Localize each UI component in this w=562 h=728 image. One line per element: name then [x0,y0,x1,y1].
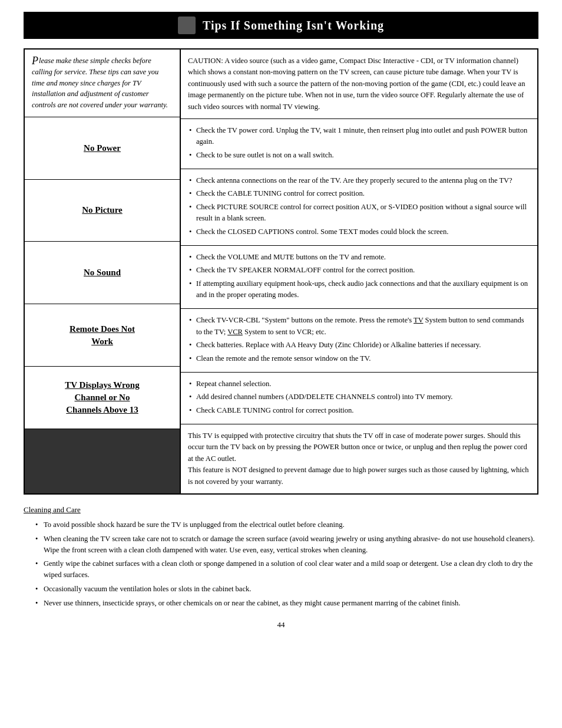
no-picture-sidebar: No Picture [82,204,122,216]
list-item: •Check to be sure outlet is not on a wal… [188,150,530,161]
surge-box: This TV is equipped with protective circ… [181,424,537,493]
cleaning-item-1: To avoid possible shock hazard be sure t… [35,519,538,531]
cleaning-title: Cleaning and Care [24,504,538,516]
caution-box: CAUTION: A video source (such as a video… [181,50,537,119]
list-item: •Add desired channel numbers (ADD/DELETE… [188,391,530,403]
page-number: 44 [24,620,538,630]
list-item: •Check the VOLUME and MUTE buttons on th… [188,252,530,263]
sidebar-bottom-black [25,429,180,493]
page-header: Tips If Something Isn't Working [24,12,538,39]
list-item: •Check TV-VCR-CBL "System" buttons on th… [188,315,530,338]
cleaning-item-5: Never use thinners, insecticide sprays, … [35,598,538,609]
cleaning-item-2: When cleaning the TV screen take care no… [35,533,538,556]
main-layout: Please make these simple checks before c… [24,48,538,495]
list-item: •Repeat channel selection. [188,378,530,390]
list-item: •Check the TV power cord. Unplug the TV,… [188,125,530,148]
page-title: Tips If Something Isn't Working [203,19,384,32]
list-item: •Check antenna connections on the rear o… [188,175,530,186]
no-picture-sidebar-label: No Picture [25,179,180,242]
no-power-box: •Check the TV power cord. Unplug the TV,… [181,119,537,169]
list-item: •Check PICTURE SOURCE control for correc… [188,202,530,225]
right-content: CAUTION: A video source (such as a video… [181,50,537,493]
no-power-sidebar-label: No Power [25,117,180,179]
list-item: •Check the CABLE TUNING control for corr… [188,188,530,199]
list-item: •If attempting auxiliary equipment hook-… [188,278,530,301]
list-item: •Check batteries. Replace with AA Heavy … [188,340,530,351]
no-power-sidebar: No Power [84,142,121,154]
remote-sidebar-label: Remote Does NotWork [25,304,180,366]
tv-displays-sidebar: TV Displays WrongChannel or NoChannels A… [65,379,139,416]
remote-box: •Check TV-VCR-CBL "System" buttons on th… [181,309,537,373]
list-item: •Check the CLOSED CAPTIONS control. Some… [188,226,530,238]
cleaning-section: Cleaning and Care To avoid possible shoc… [24,504,538,608]
no-picture-box: •Check antenna connections on the rear o… [181,169,537,246]
list-item: •Clean the remote and the remote sensor … [188,353,530,364]
no-sound-sidebar: No Sound [84,266,121,279]
list-item: •Check CABLE TUNING control for correct … [188,405,530,416]
left-sidebar: Please make these simple checks before c… [25,50,181,493]
cleaning-item-3: Gently wipe the cabinet surfaces with a … [35,558,538,581]
list-item: •Check the TV SPEAKER NORMAL/OFF control… [188,265,530,276]
header-icon [178,17,196,34]
intro-text: Please make these simple checks before c… [25,50,180,117]
cleaning-item-4: Occasionally vacuum the ventilation hole… [35,584,538,595]
tv-displays-box: •Repeat channel selection.•Add desired c… [181,373,537,424]
remote-sidebar: Remote Does NotWork [70,323,135,348]
no-sound-box: •Check the VOLUME and MUTE buttons on th… [181,246,537,309]
cleaning-list: To avoid possible shock hazard be sure t… [24,519,538,608]
no-sound-sidebar-label: No Sound [25,241,180,304]
tv-displays-sidebar-label: TV Displays WrongChannel or NoChannels A… [25,366,180,429]
